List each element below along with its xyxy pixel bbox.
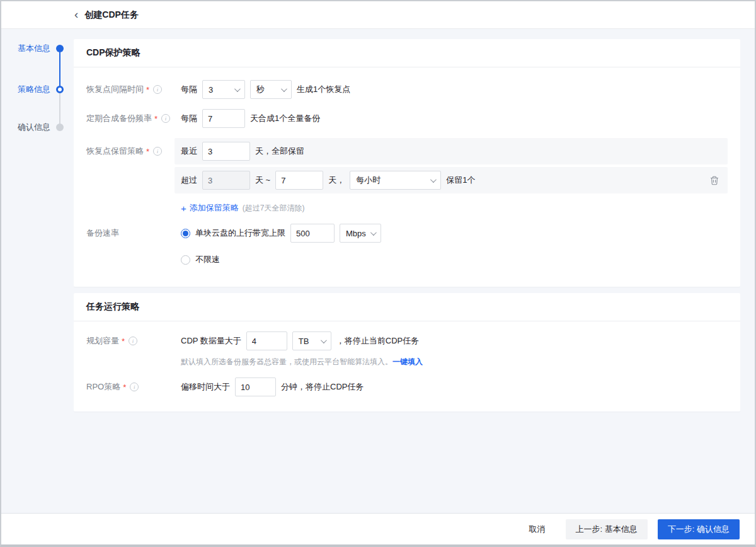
task-running-panel: 任务运行策略 规划容量*i CDP 数据量大于: [74, 293, 740, 412]
info-icon[interactable]: i: [130, 383, 139, 391]
step-label: 基本信息: [18, 43, 50, 54]
suffix-text: 生成1个恢复点: [297, 84, 350, 95]
prefix-text: CDP 数据量大于: [181, 335, 241, 347]
retention-note: (超过7天全部清除): [243, 203, 305, 214]
main-column: CDP保护策略 恢复点间隔时间*i 每隔 3: [74, 29, 740, 513]
rate-limit-option[interactable]: 单块云盘的上行带宽上限 Mbps: [181, 224, 728, 243]
suffix-text: ，将停止当前CDP任务: [336, 335, 419, 347]
required-mark: *: [154, 114, 158, 124]
label-text: 备份速率: [86, 227, 119, 239]
info-icon[interactable]: i: [153, 85, 162, 94]
suffix-text: 分钟，将停止CDP任务: [281, 381, 364, 393]
select-value: Mbps: [346, 229, 366, 238]
prev-step-button[interactable]: 上一步: 基本信息: [566, 519, 648, 539]
interval-unit-select[interactable]: 秒: [250, 80, 292, 99]
planned-capacity-controls: CDP 数据量大于 TB ，将停止当前CDP任务 默认填入所选备份服务器总容量，…: [181, 331, 728, 367]
suffix-text: 保留1个: [446, 175, 475, 186]
synthetic-frequency-label: 定期合成备份频率*i: [86, 109, 181, 124]
label-text: 恢复点间隔时间: [86, 84, 144, 95]
retention-policy-row: 恢复点保留策略*i 最近 天，全部保留 超过 天 ~: [86, 138, 728, 214]
step-confirm-info[interactable]: 确认信息: [18, 121, 64, 134]
helper-text: 默认填入所选备份服务器总容量，或使用云平台智能算法填入。: [181, 357, 392, 366]
chevron-down-icon: [234, 86, 241, 92]
delete-retention-button[interactable]: [710, 176, 719, 185]
separator-text: 天，: [328, 175, 345, 186]
retention-beyond-band: 超过 天 ~ 天， 每小时 保留1个: [175, 167, 728, 193]
radio-unselected-icon[interactable]: [181, 255, 190, 265]
suffix-text: 天，全部保留: [255, 146, 304, 157]
chevron-down-icon: [370, 229, 377, 236]
recovery-interval-row: 恢复点间隔时间*i 每隔 3 秒: [86, 80, 728, 99]
synthetic-days-input[interactable]: [202, 109, 245, 128]
page-title: 创建CDP任务: [84, 9, 139, 21]
retention-recent-days-input[interactable]: [202, 142, 250, 161]
cdp-protection-panel: CDP保护策略 恢复点间隔时间*i 每隔 3: [74, 39, 740, 287]
one-click-fill-link[interactable]: 一键填入: [392, 357, 423, 366]
panel-header: CDP保护策略: [74, 39, 740, 67]
option-label: 不限速: [195, 254, 220, 265]
trash-icon: [710, 176, 719, 185]
synthetic-frequency-controls: 每隔 天合成1个全量备份: [181, 109, 728, 128]
back-icon[interactable]: ‹: [74, 8, 78, 20]
panel-title: 任务运行策略: [86, 301, 139, 313]
capacity-helper: 默认填入所选备份服务器总容量，或使用云平台智能算法填入。一键填入: [181, 357, 728, 367]
rate-unit-select[interactable]: Mbps: [340, 224, 381, 243]
rpo-policy-row: RPO策略*i 偏移时间大于 分钟，将停止CDP任务: [86, 377, 728, 396]
step-dot-filled: [56, 45, 64, 52]
step-policy-info[interactable]: 策略信息: [18, 83, 64, 96]
cancel-button[interactable]: 取消: [520, 519, 554, 539]
prefix-text: 超过: [181, 175, 197, 186]
label-text: 规划容量: [86, 335, 119, 347]
chevron-down-icon: [321, 337, 327, 343]
prefix-text: 每隔: [181, 84, 197, 95]
retention-frequency-select[interactable]: 每小时: [350, 171, 441, 190]
backup-rate-label: 备份速率: [86, 224, 181, 239]
retention-to-days-input[interactable]: [275, 171, 323, 190]
label-text: RPO策略: [86, 381, 120, 393]
radio-selected-icon[interactable]: [181, 229, 190, 238]
backup-rate-controls: 单块云盘的上行带宽上限 Mbps 不限速: [181, 224, 728, 269]
rate-unlimited-option[interactable]: 不限速: [181, 250, 728, 269]
info-icon[interactable]: i: [129, 337, 137, 345]
step-rail: 基本信息 策略信息 确认信息: [1, 29, 74, 513]
planned-capacity-label: 规划容量*i: [86, 331, 181, 347]
footer-bar: 取消 上一步: 基本信息 下一步: 确认信息: [1, 513, 755, 544]
retention-from-days-input: [202, 171, 250, 190]
required-mark: *: [146, 147, 149, 156]
select-value: 秒: [256, 84, 265, 95]
next-step-button[interactable]: 下一步: 确认信息: [658, 519, 740, 539]
backup-rate-row: 备份速率 单块云盘的上行带宽上限 Mbps: [86, 224, 728, 269]
option-label: 单块云盘的上行带宽上限: [195, 227, 285, 239]
interval-value-select[interactable]: 3: [202, 80, 245, 99]
info-icon[interactable]: i: [153, 147, 162, 156]
step-label: 确认信息: [18, 122, 50, 133]
step-basic-info[interactable]: 基本信息: [18, 42, 64, 55]
info-icon[interactable]: i: [161, 114, 170, 123]
synthetic-frequency-row: 定期合成备份频率*i 每隔 天合成1个全量备份: [86, 109, 728, 128]
panel-body: 规划容量*i CDP 数据量大于 TB ，将停止当前CDP任务: [74, 321, 740, 412]
capacity-unit-select[interactable]: TB: [292, 331, 331, 350]
prefix-text: 每隔: [181, 113, 197, 124]
rpo-minutes-input[interactable]: [235, 377, 276, 396]
suffix-text: 天合成1个全量备份: [250, 113, 320, 124]
recovery-interval-label: 恢复点间隔时间*i: [86, 80, 181, 95]
link-text: 添加保留策略: [190, 202, 239, 214]
topbar: ‹ 创建CDP任务: [1, 1, 755, 29]
create-cdp-task-window: ‹ 创建CDP任务 基本信息 策略信息 确认信息: [0, 0, 756, 547]
rate-limit-input[interactable]: [290, 224, 335, 243]
rpo-policy-controls: 偏移时间大于 分钟，将停止CDP任务: [181, 377, 728, 396]
retention-recent-band: 最近 天，全部保留: [175, 138, 728, 164]
select-value: TB: [299, 337, 309, 346]
add-retention-policy-link[interactable]: + 添加保留策略: [181, 202, 239, 214]
step-label: 策略信息: [18, 84, 50, 95]
label-text: 定期合成备份频率: [86, 113, 152, 124]
select-value: 每小时: [356, 175, 381, 186]
recovery-interval-controls: 每隔 3 秒 生成1个恢复点: [181, 80, 728, 99]
prefix-text: 最近: [181, 146, 197, 157]
content-area: 基本信息 策略信息 确认信息 CDP保护策略: [1, 29, 755, 513]
panel-body: 恢复点间隔时间*i 每隔 3 秒: [74, 67, 740, 287]
select-value: 3: [209, 85, 213, 95]
label-text: 恢复点保留策略: [86, 146, 144, 157]
retention-policy-controls: 最近 天，全部保留 超过 天 ~ 天，: [181, 138, 728, 214]
capacity-value-input[interactable]: [246, 331, 287, 350]
